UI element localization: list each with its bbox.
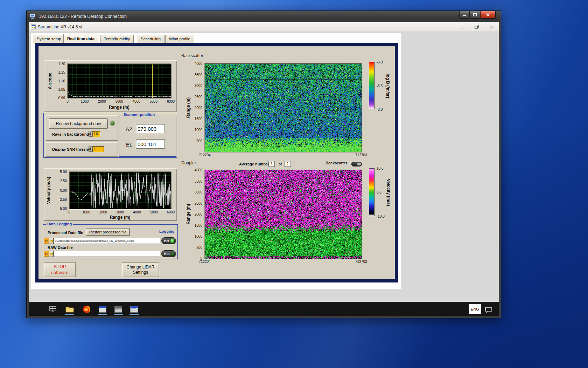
scan-scheduler-app-icon[interactable]: Scan sched xyxy=(114,305,123,314)
scan-scheduler-running-indicator xyxy=(114,314,123,315)
snr-value-field[interactable]: 1 xyxy=(92,146,104,152)
tick-label: 2000 xyxy=(195,212,202,216)
snr-subgroup: Display SNR threshold 1 xyxy=(46,142,118,157)
processed-logging-toggle[interactable]: ON xyxy=(161,237,176,244)
remote-desktop-icon xyxy=(30,14,36,19)
doppler-graph-title: Doppler xyxy=(181,161,196,165)
tab-temp-humidity[interactable]: Temp/humidity xyxy=(100,35,134,43)
rdp-window: 192.168.0.122 - Remote Desktop Connectio… xyxy=(26,11,501,318)
tick-label: 3000 xyxy=(195,84,202,88)
tick-label: -3.0 xyxy=(377,60,383,64)
tick-label: 3500 xyxy=(195,73,202,76)
velocity-y-ticks: 5.002.500.00-2.50-5.00 xyxy=(44,172,68,209)
stop-software-button[interactable]: STOP software xyxy=(44,262,76,277)
backscatter-colorbar-title: log B (/m/sr) xyxy=(385,62,391,109)
az-value-field[interactable]: 079.003 xyxy=(136,124,165,133)
raw-logging-toggle[interactable]: OFF xyxy=(161,250,176,257)
ascope-graph-group: A-scope 1.201.151.101.050.99 01000200030… xyxy=(44,60,177,112)
tab-wind-profile[interactable]: Wind profile xyxy=(165,35,194,43)
desktop: 192.168.0.122 - Remote Desktop Connectio… xyxy=(0,0,588,368)
data-logging-group: Data Logging Processed Data file Restart… xyxy=(43,224,178,259)
logging-label: Logging xyxy=(159,229,174,233)
app-minimize-button[interactable] xyxy=(457,23,467,30)
tick-label: 5000 xyxy=(150,100,158,103)
el-value-field[interactable]: 000.101 xyxy=(136,139,165,149)
restart-processed-file-button[interactable]: Restart processed file xyxy=(86,228,130,236)
backscatter-plot-frame xyxy=(205,63,362,152)
tick-label: 5000 xyxy=(150,210,158,214)
front-panel: System setup Real time data Temp/humidit… xyxy=(31,33,402,289)
tick-label: 3500 xyxy=(195,179,202,183)
raw-data-file-label: RAW Data file xyxy=(48,245,73,250)
tick-label: 1.05 xyxy=(58,87,65,91)
velocity-x-axis-title: Range (m) xyxy=(69,215,171,220)
scan-sched-label: Scan sched xyxy=(115,308,122,310)
rdp-titlebar[interactable]: 192.168.0.122 - Remote Desktop Connectio… xyxy=(27,11,501,22)
processed-path-field[interactable]: C:\Lidar\Data\Proc\2023\202309\20230906\… xyxy=(54,238,160,244)
tick-label: 2000 xyxy=(99,210,107,214)
tick-label: 10.0 xyxy=(377,166,383,170)
processed-path-drive-tile[interactable]: C xyxy=(44,238,49,244)
el-label: EL xyxy=(126,142,132,148)
average-of-field[interactable]: 1 xyxy=(285,161,291,167)
backscatter-y-ticks: 4000350030002500200015001000500 xyxy=(191,63,203,152)
tick-label: 2500 xyxy=(195,201,202,205)
background-subgroup: Renew background now Rays in background … xyxy=(46,115,118,141)
processed-path-browse-icon[interactable] xyxy=(49,238,54,244)
tick-label: 0.00 xyxy=(60,188,67,192)
terminal-app-icon[interactable] xyxy=(130,305,139,314)
rdp-minimize-button[interactable] xyxy=(459,11,470,19)
backscatter-colorbar xyxy=(369,62,374,109)
tick-label: 0.99 xyxy=(58,96,65,100)
streamline-running-indicator xyxy=(98,314,107,315)
raw-path-browse-icon[interactable] xyxy=(49,251,54,257)
raw-path-drive-tile[interactable]: C xyxy=(44,251,49,257)
snr-spinner[interactable] xyxy=(89,146,92,152)
raw-path-field[interactable] xyxy=(54,251,160,257)
renew-background-button[interactable]: Renew background now xyxy=(49,118,108,129)
velocity-graph-group: Velocity (m/s) 5.002.500.00-2.50-5.00 01… xyxy=(44,168,177,221)
tick-label: -8.0 xyxy=(377,108,383,111)
app-restore-button[interactable] xyxy=(471,23,482,30)
streamline-app-icon[interactable] xyxy=(98,305,107,314)
az-label: AZ xyxy=(126,126,132,132)
rdp-close-button[interactable] xyxy=(480,11,496,19)
tab-system-setup[interactable]: System setup xyxy=(33,35,65,43)
panel-frame: A-scope 1.201.151.101.050.99 01000200030… xyxy=(35,43,398,282)
app-window-title: StreamLine XR v14-6.vi xyxy=(38,25,82,29)
tick-label: 1.10 xyxy=(58,79,65,83)
stop-software-line2: software xyxy=(51,270,68,275)
average-number-field[interactable]: 1 xyxy=(268,161,275,167)
notification-chat-icon[interactable] xyxy=(484,305,493,314)
file-explorer-icon[interactable] xyxy=(65,305,74,314)
backscatter-toggle-label: Backscatter xyxy=(326,161,347,165)
rays-spinner[interactable] xyxy=(89,131,92,137)
firefox-icon[interactable] xyxy=(82,305,91,314)
change-lidar-settings-button[interactable]: Change LiDAR Settings xyxy=(122,262,159,277)
snr-threshold-label: Display SNR threshold xyxy=(52,147,94,151)
backscatter-doppler-toggle[interactable] xyxy=(351,162,362,166)
ascope-x-axis-title: Range (m) xyxy=(68,105,171,110)
taskbar: Scan sched ENG xyxy=(29,302,499,316)
rays-value-field[interactable]: 10 xyxy=(92,131,100,137)
doppler-y-ticks: 40003500300025002000150010005000 xyxy=(191,170,203,258)
rdp-maximize-button[interactable] xyxy=(470,11,480,19)
tab-scheduling[interactable]: Scheduling xyxy=(137,35,164,43)
doppler-x-end: 712703 xyxy=(355,260,367,264)
language-indicator[interactable]: ENG xyxy=(469,304,481,314)
start-button[interactable] xyxy=(48,305,57,314)
doppler-x-start: 712204 xyxy=(199,260,210,264)
tick-label: 0.0 xyxy=(377,190,382,194)
tick-label: 4000 xyxy=(195,168,202,172)
velocity-plot-canvas xyxy=(70,172,171,209)
app-titlebar[interactable]: StreamLine XR v14-6.vi xyxy=(29,22,499,32)
tab-real-time-data[interactable]: Real time data xyxy=(63,34,98,43)
tick-label: 1000 xyxy=(195,234,202,238)
doppler-y-axis-title: Range (m) xyxy=(186,170,191,258)
app-close-button[interactable] xyxy=(486,23,497,30)
tick-label: 2.50 xyxy=(60,179,67,183)
tick-label: 4000 xyxy=(195,62,202,66)
ascope-x-ticks: 0100020003000400050006000 xyxy=(68,100,171,104)
tick-label: 0 xyxy=(66,100,69,103)
tab-label: Real time data xyxy=(67,36,94,41)
